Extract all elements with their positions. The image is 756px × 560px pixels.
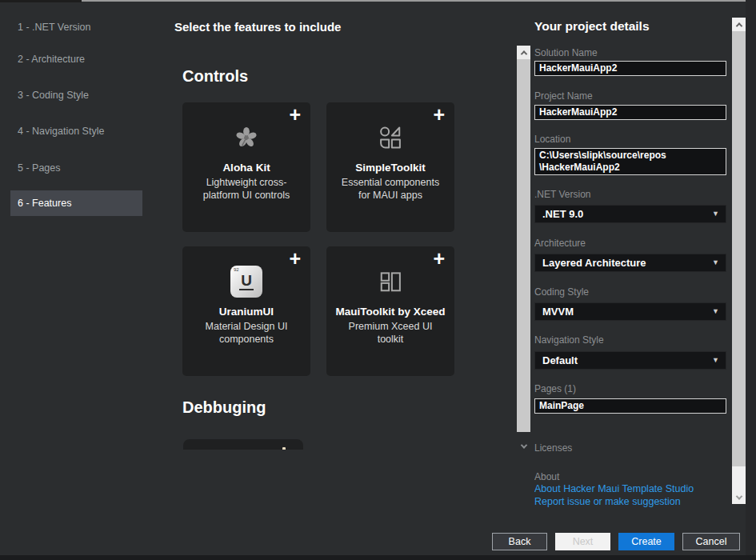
scroll-down-button[interactable] bbox=[732, 490, 746, 504]
feature-description: Lightweight cross-platform UI controls bbox=[182, 176, 310, 202]
add-feature-button[interactable]: + bbox=[289, 104, 301, 126]
coding-style-label: Coding Style bbox=[534, 286, 589, 298]
add-feature-button[interactable]: + bbox=[433, 248, 445, 270]
navigation-style-label: Navigation Style bbox=[534, 334, 604, 346]
sidebar-step-features[interactable]: 6 - Features bbox=[10, 190, 142, 216]
project-details-title: Your project details bbox=[534, 19, 650, 34]
wizard-steps-sidebar: 1 - .NET Version 2 - Architecture 3 - Co… bbox=[0, 0, 160, 480]
report-issue-link[interactable]: Report issue or make suggestion bbox=[534, 496, 681, 507]
architecture-label: Architecture bbox=[534, 238, 586, 249]
solution-name-label: Solution Name bbox=[534, 47, 598, 58]
scroll-down-button[interactable] bbox=[517, 439, 530, 453]
architecture-value: Layered Architecture bbox=[542, 257, 646, 269]
about-label: About bbox=[534, 471, 559, 482]
about-link[interactable]: About Hacker Maui Template Studio bbox=[534, 483, 694, 494]
chevron-down-icon: ▼ bbox=[712, 254, 719, 271]
coding-style-value: MVVM bbox=[542, 306, 574, 318]
location-input[interactable]: C:\Users\slipk\source\repos \HackerMauiA… bbox=[534, 148, 726, 175]
chevron-down-icon: ▼ bbox=[712, 303, 719, 320]
licenses-label: Licenses bbox=[534, 442, 572, 454]
uranium-element-icon: 92 U bbox=[230, 266, 262, 298]
add-feature-button[interactable]: + bbox=[289, 248, 301, 270]
next-button[interactable]: Next bbox=[555, 533, 610, 550]
feature-description: Premium Xceed UI toolkit bbox=[326, 320, 454, 346]
feature-name: UraniumUI bbox=[182, 306, 310, 318]
solution-name-input[interactable]: HackerMauiApp2 bbox=[534, 61, 726, 76]
features-pane-title: Select the features to include bbox=[174, 20, 341, 34]
feature-card-mauitoolkit-xceed[interactable]: + MauiToolkit by Xceed Premium Xceed UI … bbox=[326, 246, 454, 376]
chevron-down-icon: ▼ bbox=[712, 352, 719, 369]
feature-name: Aloha Kit bbox=[182, 162, 310, 174]
scrollbar-thumb[interactable] bbox=[732, 31, 746, 466]
element-symbol: U bbox=[239, 273, 254, 290]
project-name-label: Project Name bbox=[534, 90, 593, 102]
feature-card-uraniumui[interactable]: + 92 U UraniumUI Material Design UI comp… bbox=[182, 246, 310, 376]
location-label: Location bbox=[534, 134, 570, 145]
navigation-style-dropdown[interactable]: Default ▼ bbox=[534, 351, 726, 370]
window-bottom-edge bbox=[0, 555, 756, 560]
architecture-dropdown[interactable]: Layered Architecture ▼ bbox=[534, 254, 726, 272]
element-number: 92 bbox=[234, 267, 239, 272]
dotnet-version-label: .NET Version bbox=[534, 189, 590, 200]
back-button[interactable]: Back bbox=[492, 533, 547, 550]
features-pane: Select the features to include Controls … bbox=[174, 0, 517, 450]
navigation-style-value: Default bbox=[542, 354, 578, 366]
feature-card-simpletoolkit[interactable]: + SimpleToolkit Essential components for… bbox=[326, 102, 454, 232]
cancel-button[interactable]: Cancel bbox=[682, 533, 740, 550]
page-list-item[interactable]: MainPage bbox=[534, 398, 726, 414]
add-feature-button[interactable]: + bbox=[433, 104, 445, 126]
dotnet-version-value: .NET 9.0 bbox=[542, 208, 583, 220]
window-right-edge bbox=[746, 0, 756, 560]
scrollbar-track[interactable] bbox=[732, 466, 746, 490]
sidebar-step-dotnet-version[interactable]: 1 - .NET Version bbox=[10, 14, 142, 40]
partial-card-icon bbox=[282, 447, 286, 450]
debugging-section-title: Debbuging bbox=[182, 398, 266, 417]
feature-card-partial[interactable] bbox=[183, 439, 303, 450]
dotnet-version-dropdown[interactable]: .NET 9.0 ▼ bbox=[534, 205, 726, 223]
features-scrollbar[interactable] bbox=[517, 46, 530, 474]
chevron-down-icon: ▼ bbox=[712, 206, 719, 222]
sidebar-step-coding-style[interactable]: 3 - Coding Style bbox=[10, 82, 142, 108]
feature-description: Material Design UI components bbox=[182, 320, 310, 346]
project-details-panel: Your project details Solution Name Hacke… bbox=[534, 0, 726, 507]
feature-name: MauiToolkit by Xceed bbox=[326, 306, 454, 318]
coding-style-dropdown[interactable]: MVVM ▼ bbox=[534, 302, 726, 321]
scrollbar-thumb[interactable] bbox=[517, 59, 530, 432]
details-scrollbar[interactable] bbox=[732, 18, 746, 504]
sidebar-step-architecture[interactable]: 2 - Architecture bbox=[10, 46, 142, 72]
project-name-input[interactable]: HackerMauiApp2 bbox=[534, 105, 726, 120]
scroll-up-button[interactable] bbox=[517, 46, 530, 59]
pages-label: Pages (1) bbox=[534, 383, 576, 394]
create-button[interactable]: Create bbox=[618, 533, 674, 550]
feature-card-aloha-kit[interactable]: + Aloha Kit Lightweight cross-platform U… bbox=[182, 102, 310, 232]
feature-name: SimpleToolkit bbox=[326, 162, 454, 174]
scroll-up-button[interactable] bbox=[732, 18, 746, 31]
controls-section-title: Controls bbox=[182, 67, 248, 86]
sidebar-step-pages[interactable]: 5 - Pages bbox=[10, 155, 142, 181]
sidebar-step-navigation-style[interactable]: 4 - Navigation Style bbox=[10, 118, 142, 144]
feature-description: Essential components for MAUI apps bbox=[326, 176, 454, 202]
